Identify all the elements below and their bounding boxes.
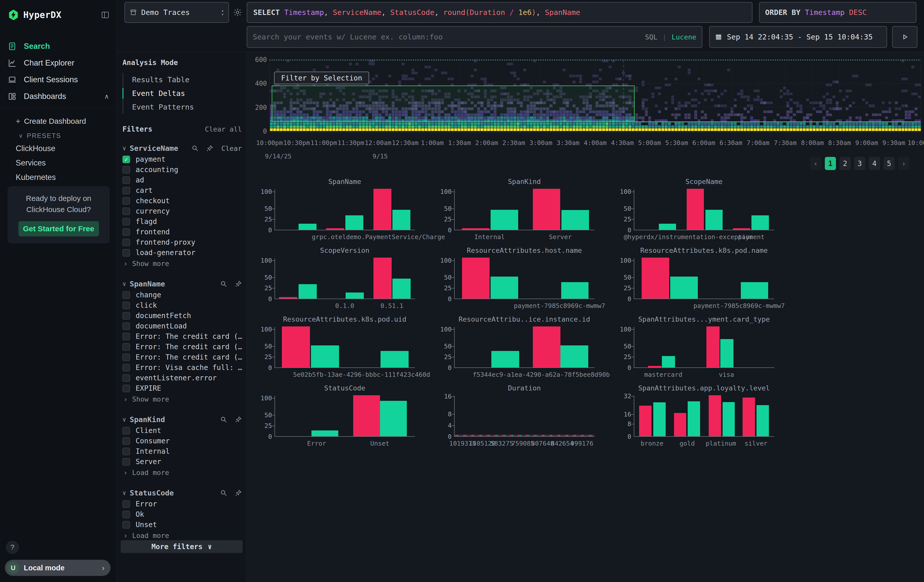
checkbox[interactable]	[122, 291, 130, 299]
checkbox[interactable]	[122, 385, 130, 392]
bar-red[interactable]	[462, 228, 490, 230]
bar-red[interactable]	[733, 228, 750, 230]
show-more-button[interactable]: ›Show more	[122, 258, 242, 269]
show-more-button[interactable]: ›Show more	[122, 394, 242, 405]
checkbox[interactable]	[122, 302, 130, 309]
sidebar-item-dashboards[interactable]: Dashboards ∧	[0, 88, 117, 105]
chevron-down-icon[interactable]: ∨	[122, 416, 126, 423]
filter-option-ad[interactable]: ad	[122, 175, 242, 185]
gear-icon[interactable]	[233, 8, 243, 17]
checkbox[interactable]	[122, 187, 130, 195]
preset-kubernetes[interactable]: Kubernetes	[0, 170, 117, 185]
pagination-next-button[interactable]: ›	[898, 157, 909, 170]
bar-red[interactable]	[709, 395, 721, 436]
filter-by-selection-button[interactable]: Filter by Selection	[274, 72, 369, 84]
bar-green[interactable]	[751, 215, 769, 230]
checkbox-checked[interactable]: ✓	[122, 156, 130, 163]
select-clause-input[interactable]: SELECT Timestamp, ServiceName, StatusCod…	[247, 2, 752, 23]
bar-red[interactable]	[674, 413, 686, 436]
filter-option-error-visa-cache-full-[interactable]: Error: Visa cache full: …	[122, 362, 242, 373]
sidebar-item-search[interactable]: Search	[0, 38, 117, 54]
bar-green[interactable]	[491, 351, 519, 368]
pagination-page-5[interactable]: 5	[884, 157, 895, 170]
bar-green[interactable]	[723, 402, 735, 436]
pin-icon[interactable]	[235, 490, 242, 496]
checkbox[interactable]	[122, 322, 130, 330]
help-button[interactable]: ?	[6, 541, 19, 554]
filter-option-expire[interactable]: EXPIRE	[122, 383, 242, 394]
checkbox[interactable]	[122, 437, 130, 445]
mode-lucene[interactable]: Lucene	[672, 33, 696, 41]
get-started-button[interactable]: Get Started for Free	[18, 221, 99, 236]
order-by-input[interactable]: ORDER BY Timestamp DESC	[759, 2, 916, 23]
bar-green[interactable]	[561, 210, 589, 230]
bar-green[interactable]	[393, 279, 411, 298]
bar-red[interactable]	[648, 366, 661, 368]
bar-green[interactable]	[380, 401, 407, 436]
filter-option-checkout[interactable]: checkout	[122, 196, 242, 206]
filter-option-load-generator[interactable]: load-generator	[122, 247, 242, 258]
checkbox[interactable]	[122, 448, 130, 455]
pagination-page-2[interactable]: 2	[840, 157, 851, 170]
filter-option-consumer[interactable]: Consumer	[122, 436, 242, 446]
analysis-mode-event-deltas[interactable]: Event Deltas	[124, 87, 242, 100]
pin-icon[interactable]	[235, 416, 242, 423]
bar-red[interactable]	[373, 257, 392, 298]
filter-option-frontend[interactable]: frontend	[122, 227, 242, 237]
checkbox[interactable]	[122, 521, 130, 529]
show-more-button[interactable]: ›Load more	[122, 530, 242, 541]
filter-option-server[interactable]: Server	[122, 457, 242, 467]
filter-option-accounting[interactable]: accounting	[122, 165, 242, 175]
bar-green[interactable]	[560, 345, 588, 368]
pagination-page-1[interactable]: 1	[825, 157, 836, 170]
checkbox[interactable]	[122, 500, 130, 508]
time-range-picker[interactable]: Sep 14 22:04:35 - Sep 15 10:04:35	[709, 26, 887, 48]
bar-red[interactable]	[706, 326, 719, 368]
preset-clickhouse[interactable]: ClickHouse	[0, 141, 117, 156]
filter-option-cart[interactable]: cart	[122, 185, 242, 196]
bar-green[interactable]	[659, 224, 676, 230]
bar-red[interactable]	[353, 395, 380, 436]
bar-green[interactable]	[705, 210, 723, 230]
filter-option-error-the-credit-card-[interactable]: Error: The credit card (…	[122, 331, 242, 341]
bar-green[interactable]	[741, 282, 768, 298]
source-select[interactable]: Demo Traces ▴▾	[124, 2, 229, 23]
bar-green[interactable]	[491, 277, 518, 298]
checkbox[interactable]	[122, 208, 130, 215]
checkbox[interactable]	[122, 228, 130, 236]
bar-red[interactable]	[326, 228, 344, 230]
preset-services[interactable]: Services	[0, 156, 117, 170]
search-icon[interactable]	[191, 145, 199, 152]
bar-green[interactable]	[757, 405, 769, 436]
bar-green[interactable]	[491, 210, 518, 230]
checkbox[interactable]	[122, 427, 130, 434]
sidebar-collapse-icon[interactable]	[101, 11, 110, 19]
sidebar-item-chart-explorer[interactable]: Chart Explorer	[0, 54, 117, 71]
bar-red[interactable]	[373, 189, 391, 230]
bar-green[interactable]	[670, 277, 698, 298]
filter-option-change[interactable]: change	[122, 290, 242, 300]
bar-green[interactable]	[312, 430, 338, 436]
filter-group-name[interactable]: SpanKind	[130, 415, 213, 424]
checkbox[interactable]	[122, 364, 130, 371]
bar-green[interactable]	[662, 356, 675, 368]
presets-header[interactable]: ∨ PRESETS	[0, 128, 117, 141]
clear-filter-button[interactable]: Clear	[221, 145, 242, 152]
pagination-page-3[interactable]: 3	[854, 157, 865, 170]
bar-green[interactable]	[299, 284, 317, 298]
bar-red[interactable]	[639, 406, 652, 437]
filter-option-click[interactable]: click	[122, 300, 242, 310]
filter-option-documentfetch[interactable]: documentFetch	[122, 310, 242, 321]
heatmap-selection-rect[interactable]	[272, 86, 635, 122]
bar-red[interactable]	[462, 257, 490, 298]
checkbox[interactable]	[122, 353, 130, 361]
show-more-button[interactable]: ›Load more	[122, 467, 242, 478]
checkbox[interactable]	[122, 343, 130, 351]
bar-green[interactable]	[653, 402, 666, 436]
analysis-mode-results-table[interactable]: Results Table	[124, 73, 242, 87]
filter-group-name[interactable]: ServiceName	[130, 144, 184, 153]
chevron-down-icon[interactable]: ∨	[122, 280, 126, 287]
bar-green[interactable]	[393, 210, 410, 230]
filter-option-documentload[interactable]: documentLoad	[122, 321, 242, 331]
run-query-button[interactable]	[892, 26, 917, 48]
